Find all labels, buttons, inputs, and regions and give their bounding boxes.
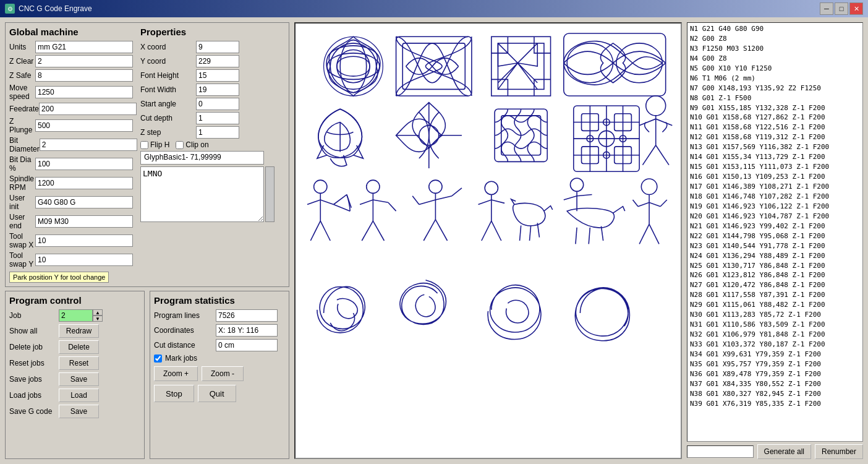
gcode-line-8: N8 G01 Z-1 F500 [690,93,860,103]
movespeed-label: Move speed [9,84,35,101]
svg-rect-0 [297,24,679,458]
properties-title: Properties [140,27,285,37]
userend-input[interactable] [35,215,133,228]
resetjobs-label: Reset jobs [9,359,59,367]
text-scrollbar[interactable] [265,166,274,222]
units-input[interactable] [35,41,133,53]
gcode-line-16: N16 G01 X150,13 Y109,253 Z-1 F200 [690,172,860,182]
loadjobs-row: Load jobs Load [9,389,140,402]
zoom-plus-button[interactable]: Zoom + [154,366,198,381]
program-stats-title: Program statistics [154,295,285,306]
gcode-line-37: N37 G01 X84,335 Y80,552 Z-1 F200 [690,379,860,389]
userinit-input[interactable] [35,196,133,208]
gcode-line-29: N29 G01 X115,061 Y88,482 Z-1 F200 [690,300,860,310]
toolswapx-input[interactable] [35,234,133,247]
progress-bar [687,445,754,458]
resetjobs-row: Reset jobs Reset [9,356,140,370]
bottom-section: Program control Job ▲ ▼ Show all Redraw … [5,291,289,459]
toolswapy-row: Tool swap Y [9,251,133,269]
job-spin-up[interactable]: ▲ [93,309,103,316]
markjobs-label: Mark jobs [165,354,197,363]
clipon-label[interactable]: Clip on [176,140,208,149]
job-row: Job ▲ ▼ [9,309,140,322]
fontwidth-row: Font Width [140,84,285,96]
redraw-button[interactable]: Redraw [59,324,99,338]
fliph-label[interactable]: Flip H [140,140,169,149]
engrave-canvas [296,24,681,458]
job-spinner[interactable]: ▲ ▼ [93,309,103,322]
startangle-label: Start angle [140,100,196,108]
deletejob-row: Delete job Delete [9,340,140,354]
delete-button[interactable]: Delete [59,340,99,354]
bitdiameter-input[interactable] [40,139,137,151]
units-row: Units [9,41,133,53]
ycoord-label: Y coord [140,57,196,66]
bitdiapct-row: Bit Dia % [9,155,133,173]
zoom-minus-button[interactable]: Zoom - [202,366,244,381]
job-spin-down[interactable]: ▼ [93,316,103,322]
generate-all-button[interactable]: Generate all [757,444,811,459]
fontheight-input[interactable] [196,69,239,82]
gcode-line-4: N4 G00 Z8 [690,54,860,64]
markjobs-row: Mark jobs [154,354,285,363]
fontheight-label: Font Height [140,71,196,80]
clipon-checkbox[interactable] [176,141,184,149]
load-button[interactable]: Load [59,389,99,402]
userend-row: User end [9,213,133,230]
xcoord-row: X coord [140,41,285,53]
zplunge-input[interactable] [35,119,133,132]
zstep-input[interactable] [196,126,239,139]
renumber-button[interactable]: Renumber [815,444,863,459]
gcode-line-22: N22 G01 X144,798 Y95,068 Z-1 F200 [690,231,860,241]
gcode-list[interactable]: N1 G21 G40 G80 G90 N2 G00 Z8 N3 F1250 M0… [687,22,863,442]
text-area[interactable]: LMNO [140,166,264,222]
xcoord-label: X coord [140,43,196,51]
cutdistance-row: Cut distance 0 cm [154,339,285,351]
gcode-line-24: N24 G01 X136,294 Y88,489 Z-1 F200 [690,251,860,261]
tooltip-park-y: Park position Y for tool change [9,272,109,283]
fliph-checkbox[interactable] [140,141,148,149]
toolswapx-row: Tool swap X [9,232,133,249]
reset-button[interactable]: Reset [59,356,99,370]
startangle-input[interactable] [196,98,239,110]
maximize-button[interactable]: □ [835,2,848,15]
gcode-line-32: N32 G01 X106,979 Y81,848 Z-1 F200 [690,330,860,340]
canvas-area[interactable] [294,22,682,459]
gcode-line-9: N9 G01 X155,185 Y132,328 Z-1 F200 [690,103,860,113]
coordinates-label: Coordinates [154,326,216,335]
programlines-label: Program lines [154,311,216,320]
zsafe-label: Z Safe [9,71,35,80]
coordinates-row: Coordinates X: 18 Y: 116 [154,324,285,337]
ycoord-input[interactable] [196,55,239,67]
close-button[interactable]: ✕ [849,2,863,15]
stop-button[interactable]: Stop [154,385,194,402]
gcode-line-25: N25 G01 X130,717 Y86,848 Z-1 F200 [690,261,860,271]
xcoord-input[interactable] [196,41,239,53]
gcode-line-21: N21 G01 X146,923 Y99,402 Z-1 F200 [690,221,860,231]
fontwidth-input[interactable] [196,84,239,96]
feedrate-input[interactable] [39,103,137,115]
cutdepth-input[interactable] [196,112,239,124]
gcode-line-2: N2 G00 Z8 [690,34,860,44]
zclear-input[interactable] [35,55,133,67]
bitdiapct-label: Bit Dia % [9,155,35,173]
title-bar: ⚙ CNC G Code Engrave ─ □ ✕ [0,0,868,17]
job-input[interactable] [59,309,93,322]
movespeed-input[interactable] [35,86,133,98]
save-gcode-button[interactable]: Save [59,405,99,418]
cutdistance-value: 0 cm [216,339,278,351]
save-jobs-button[interactable]: Save [59,372,99,386]
program-control-section: Program control Job ▲ ▼ Show all Redraw … [5,291,145,459]
title-bar-left: ⚙ CNC G Code Engrave [5,4,92,14]
markjobs-checkbox[interactable] [154,354,162,363]
startangle-row: Start angle [140,98,285,110]
title-bar-controls[interactable]: ─ □ ✕ [820,2,863,15]
minimize-button[interactable]: ─ [820,2,833,15]
zsafe-input[interactable] [35,69,133,82]
toolswapy-input[interactable] [35,254,133,266]
bitdiapct-input[interactable] [35,158,133,170]
quit-button[interactable]: Quit [198,385,236,402]
zoom-row: Zoom + Zoom - [154,366,285,381]
units-label: Units [9,43,35,51]
spindlerpm-input[interactable] [35,177,133,189]
